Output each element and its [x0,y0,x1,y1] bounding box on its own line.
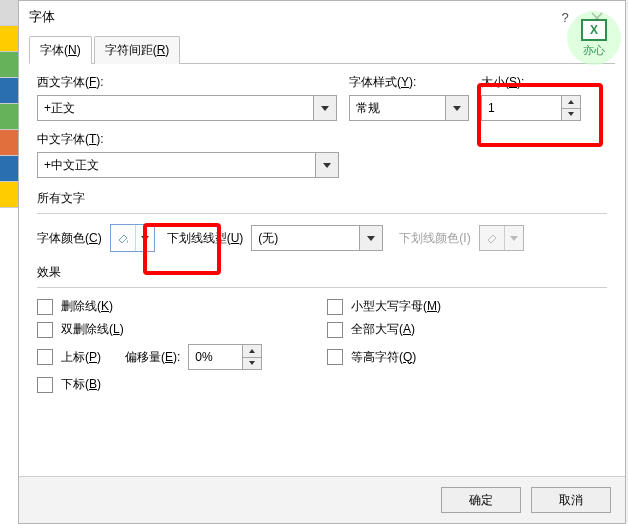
offset-value: 0% [189,345,242,369]
checkbox-icon [37,322,53,338]
offset-spin-down[interactable] [243,358,261,370]
tab-strip: 字体(N) 字符间距(R) [29,33,615,64]
checkbox-icon [37,377,53,393]
effects-label: 效果 [37,264,607,281]
chevron-down-icon [367,236,375,241]
checkbox-icon [327,299,343,315]
ok-button[interactable]: 确定 [441,487,521,513]
font-color-button[interactable] [110,224,155,252]
font-style-label: 字体样式(Y): [349,74,469,91]
chevron-down-icon [141,236,149,241]
checkbox-icon [37,299,53,315]
chinese-font-label: 中文字体(T): [37,131,607,148]
subscript-checkbox[interactable]: 下标(B) [37,376,297,393]
size-spinner[interactable]: 1 [481,95,581,121]
dialog-content: 西文字体(F): +正文 字体样式(Y): 常规 大小(S): [19,64,625,393]
smallcaps-checkbox[interactable]: 小型大写字母(M) [327,298,587,315]
chevron-up-icon [568,100,574,104]
tab-spacing[interactable]: 字符间距(R) [94,36,181,64]
offset-spin-up[interactable] [243,345,261,358]
underline-type-dropdown-button[interactable] [359,226,382,250]
tab-font[interactable]: 字体(N) [29,36,92,64]
paint-bucket-icon [480,226,504,250]
paint-bucket-icon [111,225,135,251]
size-value: 1 [482,96,561,120]
underline-color-button [479,225,524,251]
underline-color-label: 下划线颜色(I) [399,230,470,247]
chevron-down-icon [321,106,329,111]
background-strip [0,0,19,524]
strikethrough-checkbox[interactable]: 删除线(K) [37,298,297,315]
western-font-value: +正文 [38,96,313,120]
checkbox-icon [327,322,343,338]
dialog-title: 字体 [29,8,553,26]
chevron-down-icon [323,163,331,168]
allcaps-checkbox[interactable]: 全部大写(A) [327,321,587,338]
excel-icon: X [581,19,607,41]
font-style-combo[interactable]: 常规 [349,95,469,121]
chevron-down-icon [249,361,255,365]
dialog-footer: 确定 取消 [19,476,625,523]
western-font-label: 西文字体(F): [37,74,337,91]
chevron-down-icon [510,236,518,241]
western-font-dropdown-button[interactable] [313,96,336,120]
chevron-down-icon [453,106,461,111]
cancel-button[interactable]: 取消 [531,487,611,513]
divider [37,287,607,288]
size-label: 大小(S): [481,74,581,91]
offset-label: 偏移量(E): [125,349,180,366]
superscript-checkbox[interactable]: 上标(P) [37,349,117,366]
titlebar: 字体 ? [19,1,625,33]
chevron-up-icon [249,349,255,353]
underline-type-combo[interactable]: (无) [251,225,383,251]
watermark: X 亦心 [567,11,621,65]
checkbox-icon [37,349,53,365]
checkbox-icon [327,349,343,365]
chinese-font-value: +中文正文 [38,153,315,177]
font-color-label: 字体颜色(C) [37,230,102,247]
font-color-dropdown[interactable] [135,225,154,251]
chinese-font-combo[interactable]: +中文正文 [37,152,339,178]
offset-spinner[interactable]: 0% [188,344,262,370]
double-strike-checkbox[interactable]: 双删除线(L) [37,321,297,338]
chevron-down-icon [568,112,574,116]
font-style-value: 常规 [350,96,445,120]
font-style-dropdown-button[interactable] [445,96,468,120]
divider [37,213,607,214]
underline-type-value: (无) [252,226,359,250]
underline-type-label: 下划线线型(U) [167,230,244,247]
font-dialog: 字体 ? X 亦心 字体(N) 字符间距(R) 西文字体(F): +正文 [18,0,626,524]
chinese-font-dropdown-button[interactable] [315,153,338,177]
equalheight-checkbox[interactable]: 等高字符(Q) [327,344,587,370]
western-font-combo[interactable]: +正文 [37,95,337,121]
watermark-text: 亦心 [583,43,605,58]
all-text-label: 所有文字 [37,190,607,207]
size-spin-up[interactable] [562,96,580,109]
size-spin-down[interactable] [562,109,580,121]
